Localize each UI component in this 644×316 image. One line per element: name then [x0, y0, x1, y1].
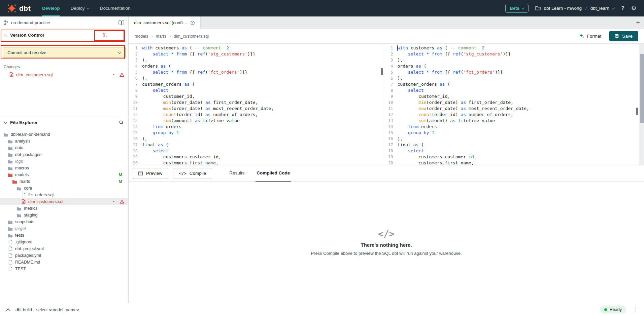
editor-pane-left[interactable]: 1with customers as ( -- comment 22 selec… [129, 44, 384, 165]
code-line[interactable]: 7customer_orders as ( [129, 81, 384, 87]
code-line[interactable]: 16), [129, 136, 384, 142]
code-line[interactable]: 3), [384, 57, 639, 63]
code-line[interactable]: 6), [129, 75, 384, 81]
pane-scrollbar-thumb[interactable] [381, 68, 383, 75]
nav-item-deploy[interactable]: Deploy [71, 0, 89, 16]
code-line[interactable]: 18 select [384, 148, 639, 154]
code-line[interactable]: 12 count(order_id) as number_of_orders, [384, 112, 639, 118]
tab-status-icon[interactable] [190, 21, 195, 25]
code-line[interactable]: 11 max(order_date) as most_recent_order_… [384, 106, 639, 112]
code-line[interactable]: 3), [129, 57, 384, 63]
tree-item-tests[interactable]: tests [0, 232, 128, 239]
dbt-logo[interactable]: dbt [7, 4, 31, 13]
tree-item-readme-md[interactable]: README.md [0, 259, 128, 266]
code-line[interactable]: 15 group by 1 [129, 130, 384, 136]
code-line[interactable]: 9 customer_id, [129, 93, 384, 100]
preview-button[interactable]: Preview [132, 168, 168, 179]
command-input[interactable]: dbt build --select <model_name> [15, 307, 595, 312]
code-line[interactable]: 20 customers.first_name, [129, 160, 384, 165]
tree-item-analysis[interactable]: analysis [0, 138, 128, 145]
tree-item-dbt-learn-on-demand[interactable]: dbt-learn-on-demand [0, 131, 128, 138]
code-line[interactable]: 6), [384, 75, 639, 81]
code-line[interactable]: 13 sum(amount) as lifetime_value [384, 118, 639, 124]
new-tab-button[interactable]: + [636, 16, 640, 29]
tree-item-marts[interactable]: martsM [0, 178, 128, 185]
tree-item-models[interactable]: modelsM [0, 171, 128, 178]
code-line[interactable]: 5 select * from {{ ref('fct_orders')}} [384, 69, 639, 75]
scrollbar-thumb[interactable] [640, 54, 644, 123]
tree-item-dim-customers-sql[interactable]: dim_customers.sql• [0, 198, 128, 205]
nav-item-develop[interactable]: Develop [42, 0, 60, 16]
expand-panel-chevron-up-icon[interactable] [6, 308, 10, 311]
code-line[interactable]: 2 select * from {{ ref('stg_customers')}… [129, 51, 384, 57]
code-line[interactable]: 1with customers as ( -- comment 2 [384, 45, 639, 51]
code-line[interactable]: 10 min(order_date) as first_order_date, [384, 100, 639, 106]
docs-book-icon[interactable] [118, 20, 124, 25]
line-number: 4 [384, 63, 398, 69]
code-line[interactable]: 19 customers.customer_id, [129, 154, 384, 160]
tree-item-logs[interactable]: logs [0, 158, 128, 165]
editor-vertical-scrollbar[interactable] [639, 44, 644, 165]
format-button[interactable]: Format [579, 34, 601, 39]
breadcrumb-separator: › [151, 34, 152, 39]
tree-item-target[interactable]: target [0, 225, 128, 232]
tree-item-dbt-packages[interactable]: dbt_packages [0, 151, 128, 158]
editor-pane-right[interactable]: 1with customers as ( -- comment 22 selec… [384, 44, 639, 165]
tab-compiled-code[interactable]: Compiled Code [256, 165, 291, 182]
code-line[interactable]: 15 group by 1 [384, 130, 639, 136]
beta-toggle[interactable]: Beta [505, 4, 529, 13]
tree-item--gitignore[interactable]: .gitignore [0, 239, 128, 245]
code-line[interactable]: 10 min(order_date) as first_order_date, [129, 100, 384, 106]
kebab-menu[interactable]: ⋮ [632, 306, 638, 313]
file-explorer-header[interactable]: File Explorer [0, 116, 128, 128]
code-line[interactable]: 7customer_orders as ( [384, 81, 639, 87]
code-line[interactable]: 2 select * from {{ ref('stg_customers')}… [384, 51, 639, 57]
tree-item-data[interactable]: data [0, 145, 128, 151]
code-line[interactable]: 18 select [129, 148, 384, 154]
code-line[interactable]: 4orders as ( [129, 63, 384, 69]
code-line[interactable]: 13 sum(amount) as lifetime_value [129, 118, 384, 124]
tree-item-snapshots[interactable]: snapshots [0, 219, 128, 225]
code-line[interactable]: 19 customers.customer_id, [384, 154, 639, 160]
tree-item-dbt-project-yml[interactable]: dbt_project.yml [0, 245, 128, 252]
settings-gear-icon[interactable]: ⚙ [631, 5, 637, 12]
tree-item-packages-yml[interactable]: packages.yml [0, 252, 128, 259]
code-line[interactable]: 14 from orders [129, 124, 384, 130]
tree-item-core[interactable]: core [0, 185, 128, 192]
branch-name[interactable]: on-demand-practice [11, 20, 116, 25]
tree-item-macros[interactable]: macros [0, 165, 128, 171]
compile-label: Compile [190, 171, 206, 176]
code-line[interactable]: 5 select * from {{ ref('fct_orders')}} [129, 69, 384, 75]
code-line[interactable]: 12 count(order_id) as number_of_orders, [129, 112, 384, 118]
tree-item-staging[interactable]: staging [0, 212, 128, 219]
account-selector[interactable]: dbt Learn - mwong / dbt_learn [535, 6, 614, 11]
code-line[interactable]: 8 select [384, 87, 639, 93]
code-line[interactable]: 9 customer_id, [384, 93, 639, 100]
code-line[interactable]: 11 max(order_date) as most_recent_order_… [129, 106, 384, 112]
tree-item-metrics[interactable]: metrics [0, 205, 128, 212]
save-button[interactable]: Save [609, 31, 638, 41]
line-number: 1 [384, 45, 398, 51]
help-icon[interactable]: ? [621, 5, 624, 11]
code-line[interactable]: 8 select [129, 87, 384, 93]
code-line[interactable]: 14 from orders [384, 124, 639, 130]
tree-item-test[interactable]: TEST [0, 266, 128, 272]
commit-and-resolve-button[interactable]: Commit and resolve [3, 47, 126, 58]
code-line[interactable]: 20 customers.first_name, [384, 160, 639, 165]
pane-scrollbar-thumb[interactable] [636, 108, 638, 115]
code-line[interactable]: 1with customers as ( -- comment 2 [129, 45, 384, 51]
commit-options-caret[interactable] [114, 47, 125, 57]
code-line[interactable]: 17final as ( [129, 142, 384, 148]
nav-item-documentation[interactable]: Documentation [100, 0, 131, 16]
search-icon[interactable] [119, 120, 124, 125]
code-text: customer_id, [398, 93, 450, 100]
code-line[interactable]: 17final as ( [384, 142, 639, 148]
changed-file-dim-customers[interactable]: dim_customers.sql • [0, 71, 128, 79]
compile-button[interactable]: </> Compile [173, 168, 212, 179]
tab-dim-customers-sql[interactable]: dim_customers.sql (confli... [129, 16, 201, 29]
tab-results[interactable]: Results [228, 165, 245, 182]
code-line[interactable]: 4orders as ( [384, 63, 639, 69]
code-line[interactable]: 16), [384, 136, 639, 142]
version-control-header[interactable]: Version Control [0, 29, 128, 41]
tree-item-fct-orders-sql[interactable]: fct_orders.sql [0, 192, 128, 198]
